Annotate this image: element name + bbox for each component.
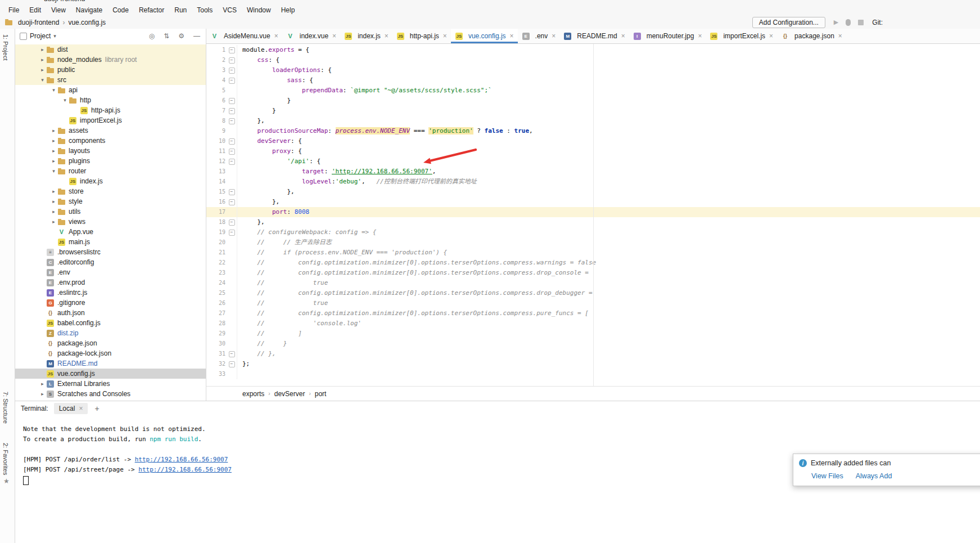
tree-item-package-lock-json[interactable]: {}package-lock.json xyxy=(15,348,206,358)
close-icon[interactable]: × xyxy=(385,32,389,40)
tree-item-readme-md[interactable]: MREADME.md xyxy=(15,358,206,369)
close-icon[interactable]: × xyxy=(443,32,447,40)
tree-item-env[interactable]: E.env xyxy=(15,267,206,277)
tree-item-importexcel-js[interactable]: JSimportExcel.js xyxy=(15,115,206,125)
tree-item-http-api-js[interactable]: JShttp-api.js xyxy=(15,105,206,115)
git-widget-label[interactable]: Git: xyxy=(872,19,883,26)
tab-vue-config-js[interactable]: JSvue.config.js× xyxy=(451,29,518,43)
fold-icon[interactable]: − xyxy=(227,106,237,116)
chevron-right-icon[interactable]: ▸ xyxy=(50,128,57,133)
tree-item-index-js[interactable]: JSindex.js xyxy=(15,176,206,186)
chevron-right-icon[interactable]: ▸ xyxy=(39,57,46,62)
chevron-right-icon[interactable]: ▸ xyxy=(50,148,57,154)
tab-index-vue[interactable]: Vindex.vue× xyxy=(282,29,340,43)
settings-gear-icon[interactable]: ⚙ xyxy=(178,32,184,40)
menu-item-help[interactable]: Help xyxy=(276,5,300,15)
chevron-down-icon[interactable]: ▾ xyxy=(39,77,46,83)
new-terminal-button[interactable]: + xyxy=(94,404,99,413)
terminal-tab-local[interactable]: Local × xyxy=(54,403,88,414)
close-icon[interactable]: × xyxy=(552,32,556,40)
tree-item-main-js[interactable]: JSmain.js xyxy=(15,237,206,247)
editor-code[interactable]: 1−module.exports = {2− css: {3− loaderOp… xyxy=(206,44,980,386)
chevron-down-icon[interactable]: ▾ xyxy=(50,168,57,174)
menu-item-edit[interactable]: Edit xyxy=(24,5,46,15)
tab-asidemenu-vue[interactable]: VAsideMenu.vue× xyxy=(206,29,282,43)
fold-icon[interactable]: − xyxy=(227,156,237,167)
tree-item-http[interactable]: ▾http xyxy=(15,95,206,105)
tab-index-js[interactable]: JSindex.js× xyxy=(340,29,392,43)
close-icon[interactable]: × xyxy=(621,32,625,40)
tab-package-json[interactable]: {}package.json× xyxy=(777,29,846,43)
menu-item-navigate[interactable]: Navigate xyxy=(71,5,107,15)
close-icon[interactable]: × xyxy=(332,32,336,40)
fold-icon[interactable]: − xyxy=(227,55,237,65)
chevron-right-icon[interactable]: ▸ xyxy=(50,219,57,225)
chevron-down-icon[interactable]: ▾ xyxy=(50,87,57,93)
fold-icon[interactable]: − xyxy=(227,227,237,237)
tool-button-favorites[interactable]: 2: Favorites xyxy=(2,443,9,475)
run-icon[interactable]: ▶ xyxy=(834,19,838,26)
breadcrumb-port[interactable]: port xyxy=(315,390,327,398)
close-icon[interactable]: × xyxy=(79,405,83,412)
fold-icon[interactable]: − xyxy=(227,116,237,126)
fold-icon[interactable]: − xyxy=(227,75,237,86)
menu-item-tools[interactable]: Tools xyxy=(192,5,218,15)
close-icon[interactable]: × xyxy=(838,32,842,40)
tree-item-vue-config-js[interactable]: JSvue.config.js xyxy=(15,369,206,379)
menu-item-window[interactable]: Window xyxy=(242,5,276,15)
tree-item-style[interactable]: ▸style xyxy=(15,196,206,207)
tree-item-env-prod[interactable]: E.env.prod xyxy=(15,277,206,288)
tree-item-router[interactable]: ▾router xyxy=(15,166,206,176)
menu-item-view[interactable]: View xyxy=(46,5,71,15)
add-configuration-button[interactable]: Add Configuration... xyxy=(752,17,825,28)
tree-item-auth-json[interactable]: {}auth.json xyxy=(15,308,206,318)
tree-item-package-json[interactable]: {}package.json xyxy=(15,338,206,348)
tree-item-views[interactable]: ▸views xyxy=(15,217,206,227)
breadcrumb-exports[interactable]: exports xyxy=(242,390,264,398)
view-files-link[interactable]: View Files xyxy=(811,472,843,480)
tree-item-editorconfig[interactable]: C.editorconfig xyxy=(15,257,206,267)
tree-item-assets[interactable]: ▸assets xyxy=(15,125,206,136)
always-add-link[interactable]: Always Add xyxy=(856,472,892,480)
menu-item-refactor[interactable]: Refactor xyxy=(134,5,169,15)
chevron-down-icon[interactable]: ▾ xyxy=(53,33,56,39)
menu-item-code[interactable]: Code xyxy=(107,5,134,15)
tab-importexcel-js[interactable]: JSimportExcel.js× xyxy=(706,29,777,43)
chevron-right-icon[interactable]: ▸ xyxy=(39,381,46,387)
tree-item-external-libraries[interactable]: ▸LExternal Libraries xyxy=(15,379,206,389)
breadcrumb-project[interactable]: duoji-frontend xyxy=(18,19,59,26)
tree-item-eslintrc-js[interactable]: E.eslintrc.js xyxy=(15,288,206,298)
tree-item-layouts[interactable]: ▸layouts xyxy=(15,146,206,156)
terminal-link[interactable]: http://192.168.66.56:9007 xyxy=(138,466,232,473)
tree-item-dist[interactable]: ▸dist xyxy=(15,44,206,55)
menu-item-vcs[interactable]: VCS xyxy=(218,5,242,15)
tree-item-gitignore[interactable]: G.gitignore xyxy=(15,298,206,308)
chevron-right-icon[interactable]: ▸ xyxy=(50,209,57,214)
tab-readme-md[interactable]: MREADME.md× xyxy=(559,29,629,43)
tab-menurouter-jpg[interactable]: ImenuRouter.jpg× xyxy=(629,29,706,43)
tree-item-browserslistrc[interactable]: ≡.browserslistrc xyxy=(15,247,206,257)
breadcrumb-devserver[interactable]: devServer xyxy=(274,390,305,398)
tab-http-api-js[interactable]: JShttp-api.js× xyxy=(392,29,451,43)
debug-icon[interactable] xyxy=(846,19,851,26)
hide-panel-icon[interactable]: — xyxy=(193,32,200,40)
close-icon[interactable]: × xyxy=(274,32,278,40)
tree-item-components[interactable]: ▸components xyxy=(15,136,206,146)
close-icon[interactable]: × xyxy=(510,32,514,40)
chevron-right-icon[interactable]: ▸ xyxy=(50,189,57,194)
chevron-right-icon[interactable]: ▸ xyxy=(39,391,46,397)
fold-icon[interactable]: − xyxy=(227,187,237,197)
fold-icon[interactable]: − xyxy=(227,45,237,55)
collapse-all-icon[interactable]: ⇅ xyxy=(164,32,169,40)
chevron-right-icon[interactable]: ▸ xyxy=(50,199,57,204)
favorites-star-icon[interactable]: ★ xyxy=(3,477,10,485)
tool-button-project[interactable]: 1: Project xyxy=(2,34,9,60)
fold-icon[interactable]: − xyxy=(227,359,237,369)
chevron-right-icon[interactable]: ▸ xyxy=(39,47,46,52)
tree-item-api[interactable]: ▾api xyxy=(15,85,206,95)
close-icon[interactable]: × xyxy=(698,32,702,40)
fold-icon[interactable]: − xyxy=(227,197,237,207)
locate-file-icon[interactable]: ◎ xyxy=(149,32,155,40)
tree-item-node-modules[interactable]: ▸node_moduleslibrary root xyxy=(15,55,206,65)
project-panel-title[interactable]: Project xyxy=(30,32,51,40)
